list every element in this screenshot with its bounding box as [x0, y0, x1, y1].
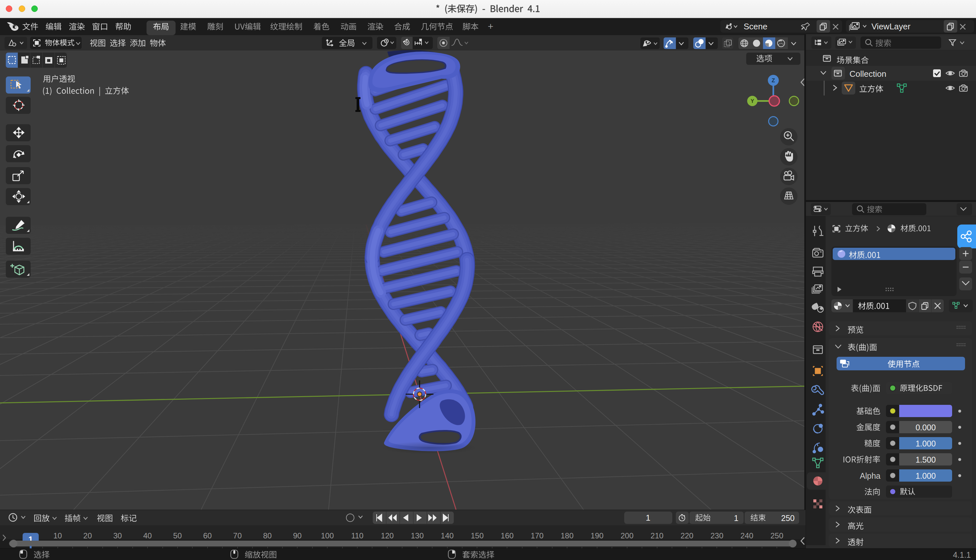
svg-text:Z: Z	[772, 77, 775, 83]
svg-text:Y: Y	[751, 98, 754, 104]
